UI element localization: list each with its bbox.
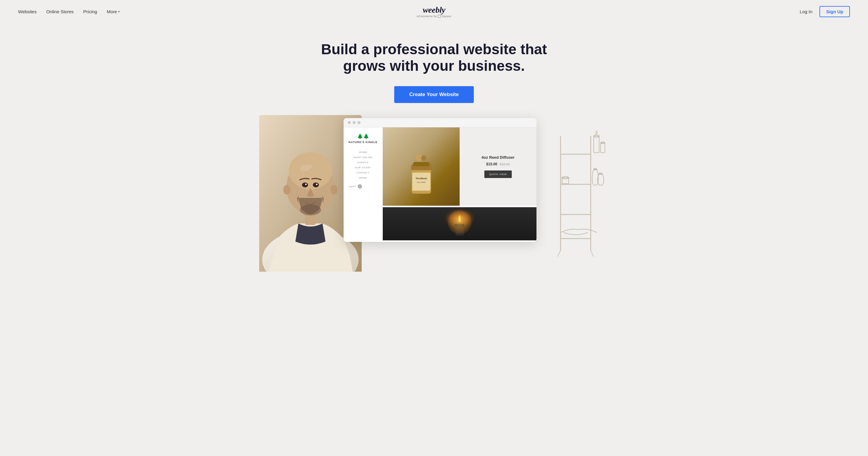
site-nav-home[interactable]: HOME xyxy=(348,150,378,155)
product-candle-cell: Woodlands Soy Candle xyxy=(383,127,460,207)
nav-online-stores[interactable]: Online Stores xyxy=(46,9,73,14)
browser-content: 🌲🌲 NATURE'S KINDLE HOME SHOP ONLINE EVEN… xyxy=(344,127,536,242)
cart-row: CART 2 xyxy=(348,184,378,189)
svg-point-6 xyxy=(283,185,290,195)
square-logo-icon xyxy=(438,15,441,18)
logo: weebly eCommerce by Square xyxy=(416,5,451,18)
svg-line-39 xyxy=(591,251,594,257)
svg-point-8 xyxy=(302,183,308,187)
svg-point-12 xyxy=(300,204,321,215)
price-row: $15.00 $22.00 xyxy=(486,162,510,166)
browser-mockup: 🌲🌲 NATURE'S KINDLE HOME SHOP ONLINE EVEN… xyxy=(344,118,536,242)
svg-line-38 xyxy=(558,251,561,257)
site-nav-events[interactable]: EVENTS xyxy=(348,160,378,165)
signup-button[interactable]: Sign Up xyxy=(819,6,850,17)
hero-section: Build a professional website that grows … xyxy=(0,23,868,272)
svg-point-7 xyxy=(330,185,338,195)
nav-more[interactable]: More ▾ xyxy=(107,9,120,14)
product-info-cell: 4oz Reed Diffuser $15.00 $22.00 QUICK VI… xyxy=(460,127,536,206)
header-actions: Log In Sign Up xyxy=(800,6,850,17)
svg-point-4 xyxy=(289,152,332,190)
logo-wordmark: weebly xyxy=(416,5,451,15)
site-brand: 🌲🌲 NATURE'S KINDLE xyxy=(348,133,378,144)
brand-icon: 🌲🌲 xyxy=(357,133,369,140)
product-name: 4oz Reed Diffuser xyxy=(482,155,515,160)
deco-illustration xyxy=(542,130,609,258)
browser-dot-green xyxy=(358,121,361,124)
site-nav-story[interactable]: OUR STORY xyxy=(348,165,378,170)
cart-label[interactable]: CART xyxy=(348,184,356,189)
svg-rect-18 xyxy=(413,162,430,166)
quick-view-button[interactable]: QUICK VIEW xyxy=(484,170,512,178)
browser-dot-yellow xyxy=(352,121,355,124)
main-nav: Websites Online Stores Pricing More ▾ xyxy=(18,9,120,14)
logo-subtext: eCommerce by Square xyxy=(416,15,451,18)
cart-count: 2 xyxy=(358,184,362,189)
content-row: 🌲🌲 NATURE'S KINDLE HOME SHOP ONLINE EVEN… xyxy=(6,118,862,272)
chevron-down-icon: ▾ xyxy=(118,10,120,13)
price-old: $22.00 xyxy=(500,162,510,166)
site-header: Websites Online Stores Pricing More ▾ we… xyxy=(0,0,868,23)
svg-text:Woodlands: Woodlands xyxy=(415,177,427,180)
nav-more-label: More xyxy=(107,9,117,14)
nav-websites[interactable]: Websites xyxy=(18,9,36,14)
price-current: $15.00 xyxy=(486,162,497,166)
svg-point-10 xyxy=(305,184,307,185)
hero-title: Build a professional website that grows … xyxy=(316,41,552,74)
svg-point-20 xyxy=(421,155,427,161)
site-nav-shop[interactable]: SHOP ONLINE xyxy=(348,155,378,160)
candle-product-image: Woodlands Soy Candle xyxy=(383,127,460,206)
site-sidebar: 🌲🌲 NATURE'S KINDLE HOME SHOP ONLINE EVEN… xyxy=(344,127,383,242)
candle-ambient-cell xyxy=(383,207,536,240)
login-link[interactable]: Log In xyxy=(800,9,812,14)
brand-name: NATURE'S KINDLE xyxy=(349,141,378,144)
nav-pricing[interactable]: Pricing xyxy=(83,9,97,14)
svg-rect-30 xyxy=(594,136,599,153)
browser-bar xyxy=(344,118,536,127)
site-nav-contact[interactable]: CONTACT xyxy=(348,170,378,175)
browser-dot-red xyxy=(348,121,351,124)
cta-button[interactable]: Create Your Website xyxy=(394,86,474,103)
candle-glow xyxy=(447,210,472,234)
products-area: Woodlands Soy Candle 4oz xyxy=(383,127,536,242)
svg-point-9 xyxy=(313,183,319,187)
svg-point-11 xyxy=(316,184,318,185)
svg-rect-32 xyxy=(601,143,605,153)
svg-text:Soy Candle: Soy Candle xyxy=(417,181,426,183)
site-nav-more[interactable]: MORE xyxy=(348,175,378,181)
